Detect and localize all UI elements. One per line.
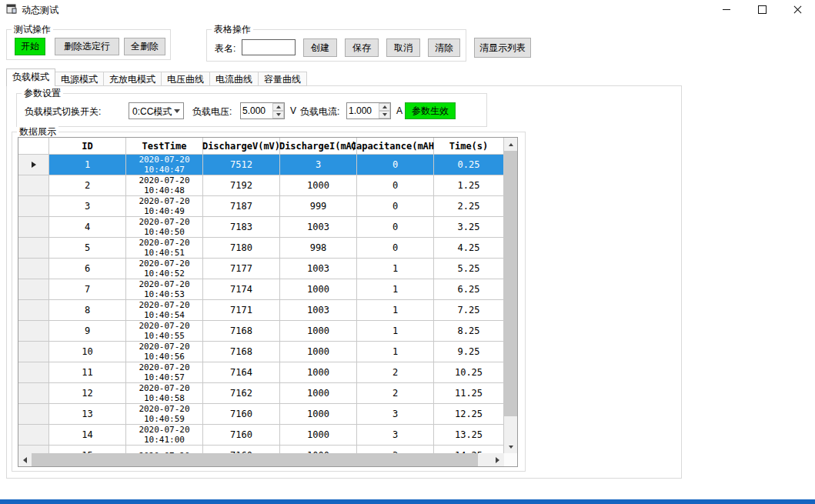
delete-selected-row-button[interactable]: 删除选定行 — [55, 38, 119, 55]
row-selector[interactable] — [18, 196, 49, 217]
load-voltage-input[interactable] — [241, 103, 272, 118]
row-selector[interactable] — [18, 155, 49, 175]
table-name-input[interactable] — [242, 39, 296, 55]
parameter-settings-title: 参数设置 — [22, 88, 63, 99]
table-row[interactable]: 92020-07-2010:40:557168100018.25 — [18, 321, 504, 342]
table-row[interactable]: 132020-07-2010:40:5971601000312.25 — [18, 404, 504, 425]
table-row[interactable]: 42020-07-2010:40:507183100303.25 — [18, 217, 504, 238]
cell-id: 4 — [49, 217, 126, 238]
cell-id: 1 — [49, 155, 126, 175]
table-row[interactable]: 102020-07-2010:40:567168100019.25 — [18, 342, 504, 362]
cell-capacitance: 0 — [357, 196, 434, 217]
cell-time: 1.25 — [434, 175, 504, 196]
col-header-testtime[interactable]: TestTime — [126, 138, 203, 155]
scroll-down-button[interactable] — [504, 440, 517, 453]
table-row[interactable]: 152020-07-2071601000314.25 — [18, 446, 504, 453]
row-selector[interactable] — [18, 425, 49, 446]
row-selector[interactable] — [18, 383, 49, 404]
cell-dischargev: 7174 — [203, 279, 280, 300]
horizontal-scrollbar[interactable] — [18, 453, 504, 466]
spin-down-icon[interactable] — [272, 111, 284, 118]
cell-time: 0.25 — [434, 155, 504, 175]
load-mode-select[interactable]: 0:CC模式 — [129, 102, 184, 119]
test-operations-group: 测试操作 开始 删除选定行 全删除 — [6, 29, 171, 60]
col-header-capacitance[interactable]: Capacitance(mAH) — [357, 138, 434, 155]
cell-time: 6.25 — [434, 279, 504, 300]
tab-capacity-curve[interactable]: 容量曲线 — [259, 72, 307, 86]
load-current-stepper[interactable] — [346, 102, 391, 119]
cell-dischargev: 7187 — [203, 196, 280, 217]
table-row[interactable]: 12020-07-2010:40:477512300.25 — [18, 155, 504, 175]
table-row[interactable]: 122020-07-2010:40:5871621000211.25 — [18, 383, 504, 404]
row-selector[interactable] — [18, 279, 49, 300]
cell-dischargev: 7160 — [203, 446, 280, 453]
start-button[interactable]: 开始 — [15, 38, 45, 55]
row-selector[interactable] — [18, 259, 49, 279]
create-button[interactable]: 创建 — [303, 38, 337, 57]
load-voltage-stepper[interactable] — [240, 102, 285, 119]
tab-current-curve[interactable]: 电流曲线 — [210, 72, 259, 86]
apply-parameters-button[interactable]: 参数生效 — [405, 102, 456, 119]
cell-dischargev: 7192 — [203, 175, 280, 196]
cell-time: 10.25 — [434, 362, 504, 383]
table-row[interactable]: 22020-07-2010:40:487192100001.25 — [18, 175, 504, 196]
cell-time: 14.25 — [434, 446, 504, 453]
table-row[interactable]: 32020-07-2010:40:49718799902.25 — [18, 196, 504, 217]
minimize-button[interactable] — [709, 0, 744, 18]
cell-testtime: 2020-07-2010:40:52 — [126, 259, 203, 279]
table-row[interactable]: 72020-07-2010:40:537174100016.25 — [18, 279, 504, 300]
table-row[interactable]: 142020-07-2010:41:0071601000313.25 — [18, 425, 504, 446]
col-header-dischargei[interactable]: DischargeI(mA) — [280, 138, 357, 155]
table-row[interactable]: 52020-07-2010:40:51718099804.25 — [18, 238, 504, 259]
table-row[interactable]: 112020-07-2010:40:5771641000210.25 — [18, 362, 504, 383]
cell-dischargev: 7162 — [203, 383, 280, 404]
scroll-left-button[interactable] — [18, 453, 32, 466]
grid-body: 12020-07-2010:40:477512300.2522020-07-20… — [18, 155, 504, 453]
table-row[interactable]: 62020-07-2010:40:527177100315.25 — [18, 259, 504, 279]
save-button[interactable]: 保存 — [345, 38, 379, 57]
current-unit-label: A — [396, 105, 402, 116]
row-selector[interactable] — [18, 446, 49, 453]
row-selector[interactable] — [18, 175, 49, 196]
cell-testtime: 2020-07-2010:40:50 — [126, 217, 203, 238]
scroll-up-button[interactable] — [504, 138, 517, 151]
row-selector[interactable] — [18, 404, 49, 425]
tab-charge-discharge-mode[interactable]: 充放电模式 — [104, 72, 162, 86]
row-selector[interactable] — [18, 300, 49, 321]
load-current-input[interactable] — [347, 103, 378, 118]
data-grid: ID TestTime DischargeV(mV) DischargeI(mA… — [18, 137, 518, 467]
clear-button[interactable]: 清除 — [428, 38, 460, 57]
spin-down-icon[interactable] — [379, 111, 390, 118]
row-selector[interactable] — [18, 342, 49, 362]
tab-load-mode[interactable]: 负载模式 — [6, 68, 55, 86]
load-mode-switch-label: 负载模式切换开关: — [25, 105, 101, 118]
cell-capacitance: 1 — [357, 321, 434, 342]
tab-voltage-curve[interactable]: 电压曲线 — [162, 72, 210, 86]
table-name-label: 表名: — [215, 42, 235, 55]
row-selector[interactable] — [18, 238, 49, 259]
maximize-button[interactable] — [744, 0, 780, 18]
delete-all-button[interactable]: 全删除 — [124, 38, 165, 55]
row-selector[interactable] — [18, 321, 49, 342]
scroll-right-button[interactable] — [491, 453, 504, 466]
cell-capacitance: 2 — [357, 362, 434, 383]
data-display-group: 数据展示 ID TestTime DischargeV(mV) Discharg… — [12, 132, 526, 472]
cell-id: 5 — [49, 238, 126, 259]
clear-display-list-button[interactable]: 清显示列表 — [474, 38, 531, 58]
spin-up-icon[interactable] — [272, 103, 284, 111]
vscroll-thumb[interactable] — [504, 151, 517, 416]
spin-up-icon[interactable] — [379, 103, 390, 111]
cancel-button[interactable]: 取消 — [386, 38, 420, 57]
table-row[interactable]: 82020-07-2010:40:547171100317.25 — [18, 300, 504, 321]
close-button[interactable] — [780, 0, 815, 18]
col-header-dischargev[interactable]: DischargeV(mV) — [203, 138, 280, 155]
col-header-time[interactable]: Time(s) — [434, 138, 504, 155]
vertical-scrollbar[interactable] — [504, 138, 517, 453]
cell-dischargev: 7160 — [203, 404, 280, 425]
col-header-id[interactable]: ID — [49, 138, 126, 155]
hscroll-thumb[interactable] — [32, 453, 478, 466]
row-selector[interactable] — [18, 217, 49, 238]
cell-testtime: 2020-07-2010:40:59 — [126, 404, 203, 425]
row-selector[interactable] — [18, 362, 49, 383]
tab-power-mode[interactable]: 电源模式 — [55, 72, 104, 86]
